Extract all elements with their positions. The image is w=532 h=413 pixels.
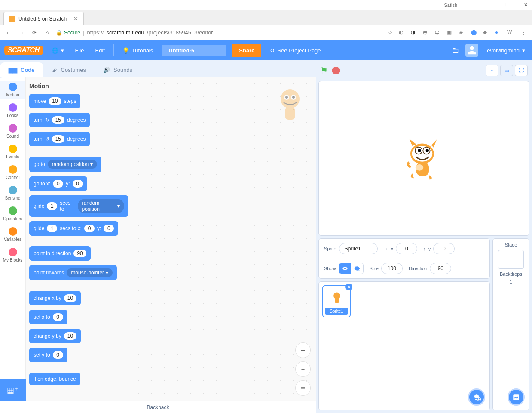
backdrops-label: Backdrops [500,271,522,277]
language-button[interactable]: 🌐 ▾ [49,46,67,55]
stage-thumbnail[interactable] [498,250,524,269]
sprite-x-input[interactable] [396,243,417,254]
block-turn-cw[interactable]: turn↻15degrees [29,113,90,127]
script-area[interactable]: ＋ － ＝ [132,77,316,401]
forward-button[interactable]: → [17,28,26,37]
minimize-button[interactable]: ― [486,2,492,8]
edit-menu[interactable]: Edit [92,46,107,55]
tab-costumes[interactable]: 🖌 Costumes [43,62,95,77]
block-goto[interactable]: go torandom position▾ [29,157,101,172]
sprite-direction-input[interactable] [430,263,451,274]
extension-icon[interactable]: ◑ [411,29,418,36]
backpack-bar[interactable]: Backpack [0,401,316,413]
chevron-down-icon: ▾ [61,47,64,54]
url-domain: scratch.mit.edu [106,29,144,36]
browser-menu-icon[interactable]: ⋮ [519,28,528,37]
sprite-name-input[interactable] [339,243,378,254]
extension-icon[interactable]: ◐ [399,29,406,36]
stage[interactable] [318,81,529,236]
block-point-towards[interactable]: point towardsmouse-pointer▾ [29,265,117,280]
sprite-on-stage[interactable] [401,134,448,183]
block-edge-bounce[interactable]: if on edge, bounce [29,373,80,385]
fullscreen-button[interactable]: ⛶ [515,65,528,76]
category-sensing[interactable]: Sensing [0,184,25,202]
home-button[interactable]: ⌂ [43,28,52,37]
svg-rect-5 [285,108,295,120]
add-backdrop-button[interactable] [508,388,525,406]
block-change-x[interactable]: change x by10 [29,291,81,305]
show-sprite-button[interactable] [339,263,351,274]
svg-point-3 [285,96,288,99]
block-point-direction[interactable]: point in direction90 [29,246,91,261]
block-palette[interactable]: Motion move10steps turn↻15degrees turn↺1… [26,77,132,401]
folder-icon[interactable]: 🗀 [452,46,459,55]
category-sound[interactable]: Sound [0,122,25,140]
bookmark-star-icon[interactable]: ☆ [386,28,394,37]
stop-button[interactable] [332,67,340,74]
category-operators[interactable]: Operators [0,205,25,223]
address-bar[interactable]: 🔒 Secure | https://scratch.mit.edu/proje… [56,29,382,36]
browser-tab[interactable]: Untitled-5 on Scratch ✕ [3,12,84,25]
zoom-in-button[interactable]: ＋ [295,342,311,358]
category-events[interactable]: Events [0,143,25,161]
tutorials-button[interactable]: 💡 Tutorials [120,46,156,55]
sprite-y-input[interactable] [433,243,455,254]
window-titlebar: Satish ― ☐ ✕ [0,0,532,10]
maximize-button[interactable]: ☐ [504,2,511,8]
category-control[interactable]: Control [0,163,25,182]
zoom-out-button[interactable]: － [295,361,311,377]
back-button[interactable]: ← [4,28,13,37]
scratch-logo[interactable]: SCRATCH [4,46,43,55]
block-glide-random[interactable]: glide1secs torandom position▾ [29,195,128,217]
small-stage-button[interactable]: ▫ [486,65,498,76]
extension-icon[interactable]: ◒ [435,29,442,36]
svg-point-4 [292,96,295,99]
project-name-input[interactable]: Untitled-5 [162,45,226,56]
browser-tabstrip: Untitled-5 on Scratch ✕ [0,10,532,25]
extension-icon[interactable]: W [507,29,514,36]
category-variables[interactable]: Variables [0,225,25,243]
stage-title: Stage [505,242,517,247]
block-set-x[interactable]: set x to0 [29,310,67,324]
block-goto-xy[interactable]: go to x:0y:0 [29,176,87,191]
extension-icon[interactable]: ◈ [459,29,466,36]
file-menu[interactable]: File [73,46,87,55]
share-button[interactable]: Share [232,44,261,57]
block-change-y[interactable]: change y by10 [29,329,81,343]
svg-point-14 [333,292,340,299]
sound-icon: 🔊 [103,67,110,73]
sprite-tile[interactable]: ✕ Sprite1 [322,285,351,317]
zoom-reset-button[interactable]: ＝ [295,380,311,396]
reload-button[interactable]: ⟳ [30,28,39,37]
add-extension-button[interactable]: ▦⁺ [0,379,26,401]
tab-code[interactable]: ▆▆ Code [0,62,43,77]
block-set-y[interactable]: set y to0 [29,348,67,362]
add-sprite-button[interactable] [468,388,485,406]
extension-icon[interactable]: ◆ [483,29,490,36]
close-tab-icon[interactable]: ✕ [73,15,78,22]
delete-sprite-icon[interactable]: ✕ [345,284,352,290]
block-move-steps[interactable]: move10steps [29,94,80,108]
hide-sprite-button[interactable] [351,263,363,274]
block-turn-ccw[interactable]: turn↺15degrees [29,132,90,146]
extension-icon[interactable]: ▣ [447,29,454,36]
extension-icon[interactable]: ⬤ [471,29,478,36]
category-myblocks[interactable]: My Blocks [0,246,25,264]
close-window-button[interactable]: ✕ [523,2,529,8]
account-menu[interactable]: evolvingmind ▾ [484,46,528,55]
stage-panel: Stage Backdrops 1 [492,238,529,410]
external-link-icon: ↻ [270,47,275,54]
extension-icon[interactable]: ● [495,29,502,36]
see-project-page-button[interactable]: ↻ See Project Page [267,46,323,55]
extension-icon[interactable]: ◓ [423,29,430,36]
block-glide-xy[interactable]: glide1secs to x:0y:0 [29,221,118,236]
browser-toolbar: ← → ⟳ ⌂ 🔒 Secure | https://scratch.mit.e… [0,25,532,40]
large-stage-button[interactable]: ▭ [500,65,513,76]
vertical-arrow-icon: ↕ [423,246,426,251]
green-flag-button[interactable]: ⚑ [320,65,328,76]
category-looks[interactable]: Looks [0,102,25,120]
url-path: /projects/318594513/editor [147,29,213,36]
tab-sounds[interactable]: 🔊 Sounds [95,62,141,77]
sprite-size-input[interactable] [381,263,403,274]
category-motion[interactable]: Motion [0,81,25,99]
